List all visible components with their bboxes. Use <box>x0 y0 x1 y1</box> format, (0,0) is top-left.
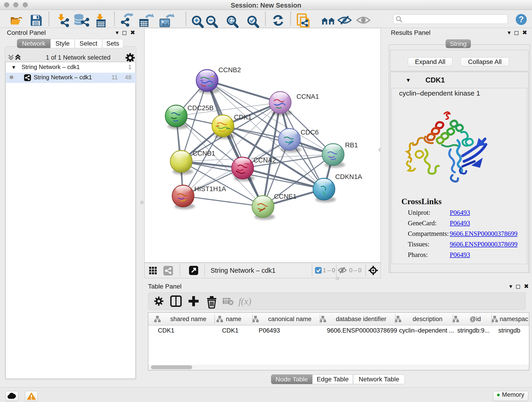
svg-text:CDK1: CDK1 <box>234 114 252 121</box>
svg-text:RB1: RB1 <box>345 141 358 149</box>
svg-text:?: ? <box>519 15 524 24</box>
svg-text:CCNE1: CCNE1 <box>274 193 297 200</box>
svg-text:CCNB2: CCNB2 <box>218 66 241 74</box>
svg-text:1 – 0: 1 – 0 <box>323 267 335 274</box>
svg-text:0 – 0: 0 – 0 <box>349 267 361 274</box>
svg-text:CDC6: CDC6 <box>301 128 319 136</box>
svg-text:HIST1H1A: HIST1H1A <box>194 185 226 192</box>
svg-text:f(x): f(x) <box>239 296 251 306</box>
svg-text:CCNA2: CCNA2 <box>253 157 276 164</box>
svg-text:String Network – cdk1: String Network – cdk1 <box>210 267 276 274</box>
svg-text:CCNA1: CCNA1 <box>297 93 319 100</box>
svg-text:CDC25B: CDC25B <box>187 104 214 112</box>
svg-text:CCNB1: CCNB1 <box>193 150 215 157</box>
svg-text:CDKN1A: CDKN1A <box>335 173 362 180</box>
